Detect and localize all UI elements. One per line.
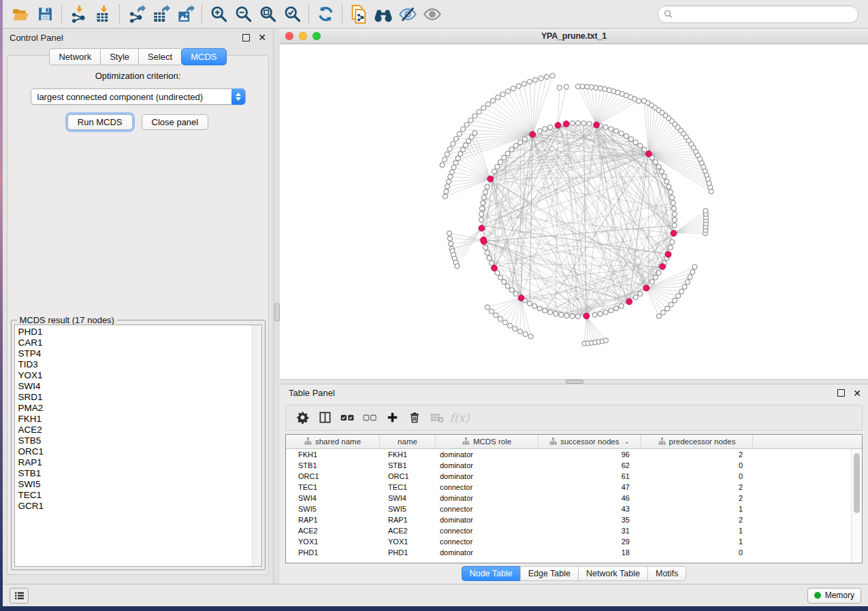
close-panel-icon[interactable]: ✕: [853, 390, 861, 397]
graph-mcds-hub-node[interactable]: [583, 313, 590, 319]
table-cell[interactable]: 0: [641, 471, 753, 482]
table-cell[interactable]: 43: [539, 503, 641, 514]
graph-node[interactable]: [587, 121, 592, 126]
graph-leaf-node[interactable]: [575, 84, 580, 88]
graph-leaf-node[interactable]: [453, 161, 458, 165]
graph-node[interactable]: [633, 139, 638, 144]
graph-mcds-hub-node[interactable]: [563, 121, 569, 127]
show-columns-icon[interactable]: [317, 410, 332, 425]
table-cell[interactable]: 2: [641, 482, 753, 493]
deselect-all-checkboxes-icon[interactable]: [362, 410, 377, 425]
export-network-icon[interactable]: [124, 3, 148, 26]
graph-leaf-node[interactable]: [676, 293, 681, 298]
table-cell[interactable]: ORC1: [286, 471, 380, 482]
horizontal-splitter[interactable]: [280, 379, 868, 384]
mcds-result-item[interactable]: STB1: [18, 468, 261, 479]
graph-node[interactable]: [479, 212, 484, 216]
mcds-result-item[interactable]: TID3: [18, 359, 261, 370]
table-cell[interactable]: dominator: [436, 493, 539, 503]
tab-edge-table[interactable]: Edge Table: [520, 566, 578, 581]
delete-columns-trash-icon[interactable]: [407, 410, 422, 425]
graph-node[interactable]: [481, 201, 485, 205]
graph-mcds-hub-node[interactable]: [481, 237, 487, 243]
graph-node[interactable]: [485, 184, 489, 189]
mcds-result-item[interactable]: YOX1: [18, 370, 261, 381]
graph-leaf-node[interactable]: [692, 265, 697, 269]
graph-node[interactable]: [672, 223, 677, 228]
column-header-MCDS-role[interactable]: MCDS role: [436, 435, 539, 449]
optimization-criterion-select[interactable]: largest connected component (undirected): [31, 88, 246, 105]
table-row[interactable]: SWI5SWI5connector431: [286, 503, 862, 514]
zoom-out-icon[interactable]: [231, 3, 255, 26]
table-cell[interactable]: 0: [641, 547, 753, 558]
graph-leaf-node[interactable]: [516, 84, 521, 88]
table-scrollbar-thumb[interactable]: [854, 453, 860, 513]
graph-node[interactable]: [649, 280, 654, 284]
tab-mcds[interactable]: MCDS: [181, 48, 226, 65]
graph-leaf-node[interactable]: [550, 73, 555, 78]
table-cell[interactable]: RAP1: [286, 514, 380, 525]
table-cell[interactable]: connector: [436, 482, 539, 493]
table-cell[interactable]: PHD1: [286, 547, 380, 558]
save-session-icon[interactable]: [33, 3, 57, 26]
graph-leaf-node[interactable]: [641, 98, 646, 103]
graph-node[interactable]: [659, 169, 664, 174]
graph-leaf-node[interactable]: [445, 184, 450, 188]
table-cell[interactable]: RAP1: [380, 514, 436, 525]
graph-mcds-hub-node[interactable]: [479, 225, 485, 231]
graph-node[interactable]: [498, 160, 503, 165]
hide-selected-icon[interactable]: [396, 3, 420, 26]
graph-leaf-node[interactable]: [527, 79, 532, 84]
table-cell[interactable]: 61: [539, 471, 641, 482]
graph-leaf-node[interactable]: [486, 102, 491, 107]
graph-leaf-node[interactable]: [533, 78, 538, 82]
table-row[interactable]: PHD1PHD1dominator180: [286, 547, 862, 558]
graph-node[interactable]: [479, 206, 484, 211]
import-table-icon[interactable]: [91, 3, 115, 26]
column-header-successor-nodes[interactable]: successor nodes⌄: [539, 435, 641, 449]
graph-leaf-node[interactable]: [447, 231, 451, 235]
graph-leaf-node[interactable]: [496, 95, 500, 99]
network-graph[interactable]: [280, 44, 868, 379]
graph-node[interactable]: [592, 312, 597, 317]
graph-mcds-hub-node[interactable]: [492, 265, 498, 271]
graph-leaf-node[interactable]: [508, 323, 513, 328]
graph-node[interactable]: [559, 312, 564, 317]
graph-node[interactable]: [638, 291, 643, 296]
graph-node[interactable]: [575, 314, 580, 318]
table-row[interactable]: TEC1TEC1connector472: [286, 482, 862, 493]
graph-leaf-node[interactable]: [464, 122, 469, 127]
graph-leaf-node[interactable]: [485, 305, 489, 310]
graph-leaf-node[interactable]: [491, 98, 496, 103]
table-cell[interactable]: 35: [539, 514, 641, 525]
search-input[interactable]: [676, 7, 858, 21]
table-cell[interactable]: 31: [539, 525, 641, 536]
graph-leaf-node[interactable]: [506, 89, 511, 94]
graph-node[interactable]: [483, 245, 487, 250]
zoom-selected-icon[interactable]: [280, 3, 304, 26]
graph-node[interactable]: [483, 190, 487, 195]
table-cell[interactable]: connector: [436, 536, 539, 547]
mcds-list-scrollbar[interactable]: [252, 325, 261, 566]
mcds-result-item[interactable]: STP4: [18, 348, 261, 359]
graph-node[interactable]: [642, 147, 647, 152]
graph-leaf-node[interactable]: [451, 165, 456, 169]
column-header-predecessor-nodes[interactable]: predecessor nodes: [641, 435, 753, 449]
table-cell[interactable]: dominator: [436, 547, 539, 558]
mcds-result-item[interactable]: SRD1: [18, 392, 261, 403]
tab-select[interactable]: Select: [138, 48, 181, 65]
table-cell[interactable]: YOX1: [380, 536, 436, 547]
graph-node[interactable]: [495, 164, 500, 169]
mcds-result-item[interactable]: TEC1: [18, 490, 261, 501]
table-row[interactable]: ACE2ACE2connector311: [286, 525, 862, 536]
table-cell[interactable]: 96: [539, 449, 641, 460]
graph-node[interactable]: [537, 129, 542, 133]
graph-leaf-node[interactable]: [673, 298, 677, 303]
network-view-canvas[interactable]: [280, 44, 868, 379]
graph-leaf-node[interactable]: [447, 179, 451, 184]
graph-node[interactable]: [479, 217, 483, 222]
graph-node[interactable]: [513, 291, 518, 296]
table-cell[interactable]: FKH1: [286, 449, 380, 460]
graph-leaf-node[interactable]: [468, 118, 473, 122]
graph-node[interactable]: [527, 301, 532, 306]
